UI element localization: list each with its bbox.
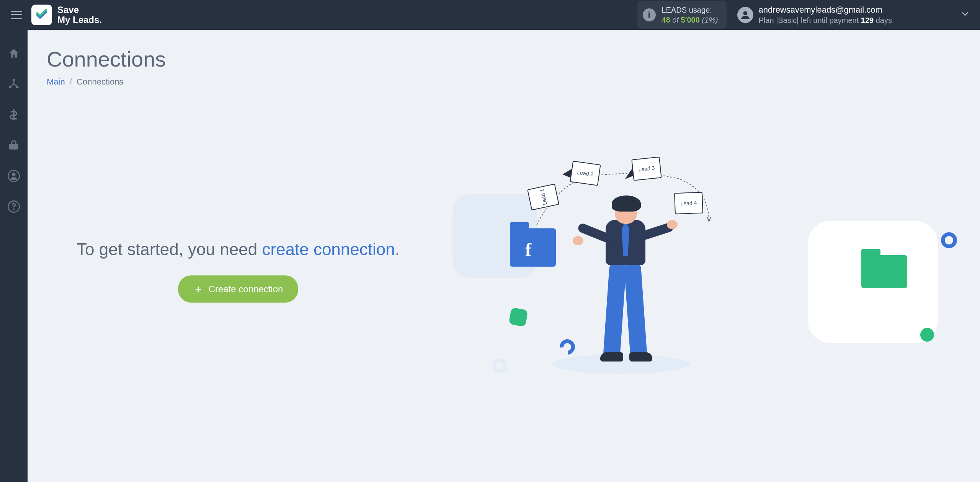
svg-point-0 <box>743 11 747 15</box>
sidebar-item-tools[interactable] <box>5 137 22 154</box>
empty-state-prompt: To get started, you need create connecti… <box>47 238 430 260</box>
page-title: Connections <box>47 47 961 72</box>
svg-point-8 <box>13 208 15 210</box>
leads-usage-widget[interactable]: i LEADS usage: 48 of 5'000 (1%) <box>637 1 727 29</box>
illustration: f Lead 1 Lead 2 Lead 3 Lead 4 <box>452 156 961 385</box>
empty-state: To get started, you need create connecti… <box>47 156 961 385</box>
logo-icon[interactable] <box>31 5 52 25</box>
sidebar-item-home[interactable] <box>5 45 22 62</box>
facebook-folder-icon: f <box>510 228 556 267</box>
svg-rect-4 <box>9 144 18 150</box>
svg-point-6 <box>12 173 15 176</box>
user-account-menu[interactable]: andrewsavemyleads@gmail.com Plan |Basic|… <box>737 5 892 26</box>
plus-icon: ＋ <box>193 282 203 296</box>
sidebar-item-billing[interactable] <box>5 106 22 123</box>
logo-text: Save My Leads. <box>57 5 102 25</box>
sidebar-item-help[interactable] <box>5 198 22 215</box>
lead-card: Lead 4 <box>674 192 703 215</box>
breadcrumb-main-link[interactable]: Main <box>47 77 65 86</box>
main-content: Connections Main / Connections To get st… <box>28 30 980 482</box>
lead-card: Lead 3 <box>631 156 662 181</box>
top-header: Save My Leads. i LEADS usage: 48 of 5'00… <box>0 0 980 30</box>
breadcrumb: Main / Connections <box>47 77 961 87</box>
user-info: andrewsavemyleads@gmail.com Plan |Basic|… <box>759 5 892 26</box>
sidebar-item-account[interactable] <box>5 168 22 184</box>
menu-toggle[interactable] <box>11 10 22 20</box>
breadcrumb-separator: / <box>70 77 72 86</box>
lead-card: Lead 2 <box>570 161 601 186</box>
chevron-down-icon[interactable] <box>961 10 969 20</box>
create-connection-button[interactable]: ＋ Create connection <box>178 275 299 303</box>
info-icon: i <box>643 8 656 21</box>
usage-text: LEADS usage: 48 of 5'000 (1%) <box>662 5 718 25</box>
breadcrumb-current: Connections <box>77 77 123 86</box>
sidebar-item-connections[interactable] <box>5 76 22 93</box>
svg-point-1 <box>13 79 15 81</box>
sidebar <box>0 30 28 482</box>
avatar-icon <box>737 7 753 23</box>
destination-folder-icon <box>861 255 907 288</box>
